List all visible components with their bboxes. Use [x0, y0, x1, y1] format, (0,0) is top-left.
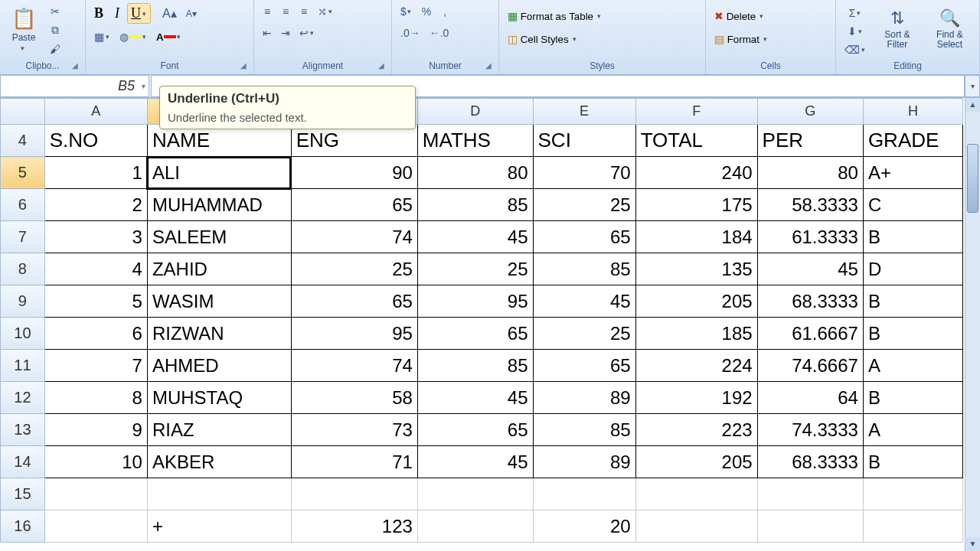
cell-C11[interactable]: 74	[291, 350, 417, 382]
cell-H5[interactable]: A+	[863, 157, 962, 189]
row-header-14[interactable]: 14	[1, 446, 45, 478]
cell-H16[interactable]	[863, 510, 962, 543]
decrease-indent-button[interactable]: ⇤	[259, 24, 276, 41]
cell-H8[interactable]: D	[863, 253, 962, 285]
scroll-up-arrow[interactable]: ▲	[965, 98, 980, 112]
cell-F4[interactable]: TOTAL	[635, 125, 757, 157]
cell-H11[interactable]: A	[863, 350, 962, 382]
borders-button[interactable]: ▦▾	[90, 28, 114, 45]
currency-button[interactable]: $▾	[397, 3, 416, 20]
cell-G12[interactable]: 64	[757, 382, 863, 414]
row-header-8[interactable]: 8	[1, 253, 45, 285]
cell-E10[interactable]: 25	[533, 318, 635, 350]
cell-B11[interactable]: AHMED	[147, 350, 291, 382]
cell-E8[interactable]: 85	[533, 253, 635, 285]
decrease-decimal-button[interactable]: ←.0	[426, 24, 453, 41]
cell-A8[interactable]: 4	[44, 253, 147, 285]
cell-G5[interactable]: 80	[757, 157, 863, 189]
cell-D6[interactable]: 85	[417, 189, 533, 221]
percent-button[interactable]: %	[418, 3, 435, 20]
cell-D5[interactable]: 80	[417, 157, 533, 189]
cell-B12[interactable]: MUHSTAQ	[147, 382, 291, 414]
cell-C14[interactable]: 71	[291, 446, 417, 478]
col-header-D[interactable]: D	[417, 99, 533, 125]
orientation-button[interactable]: ⤭▾	[314, 3, 337, 20]
cell-G13[interactable]: 74.3333	[757, 414, 863, 446]
cell-A12[interactable]: 8	[44, 382, 147, 414]
cell-A5[interactable]: 1	[44, 157, 147, 189]
cell-D16[interactable]	[417, 510, 533, 543]
cell-F13[interactable]: 223	[635, 414, 757, 446]
cell-E15[interactable]	[533, 478, 635, 510]
format-as-table-button[interactable]: ▦ Format as Table ▾	[504, 8, 701, 24]
cell-C9[interactable]: 65	[291, 285, 417, 318]
fill-button[interactable]: ⬇▾	[841, 23, 870, 40]
cell-D7[interactable]: 45	[417, 221, 533, 253]
number-dialog-launcher[interactable]: ◢	[485, 61, 496, 72]
cell-D4[interactable]: MATHS	[417, 125, 533, 157]
col-header-H[interactable]: H	[863, 99, 962, 125]
cell-F7[interactable]: 184	[635, 221, 757, 253]
cell-A15[interactable]	[44, 478, 147, 510]
row-header-5[interactable]: 5	[1, 157, 45, 189]
copy-button[interactable]: ⧉	[46, 21, 64, 39]
cell-B10[interactable]: RIZWAN	[147, 318, 291, 350]
cell-A6[interactable]: 2	[44, 189, 147, 221]
clear-button[interactable]: ⌫▾	[841, 41, 870, 58]
cell-A9[interactable]: 5	[44, 285, 147, 318]
cell-D12[interactable]: 45	[417, 382, 533, 414]
cell-C6[interactable]: 65	[291, 189, 417, 221]
font-dialog-launcher[interactable]: ◢	[240, 61, 251, 72]
cell-G15[interactable]	[757, 478, 863, 510]
cell-F15[interactable]	[635, 478, 757, 510]
cell-H12[interactable]: B	[863, 382, 962, 414]
cell-A13[interactable]: 9	[44, 414, 147, 446]
font-color-button[interactable]: A▾	[152, 28, 186, 45]
shrink-font-button[interactable]: A▾	[182, 3, 201, 24]
cell-D15[interactable]	[417, 478, 533, 510]
cell-A11[interactable]: 7	[44, 350, 147, 382]
align-bottom-button[interactable]: ≡	[296, 3, 312, 20]
cell-A10[interactable]: 6	[44, 318, 147, 350]
italic-button[interactable]: I	[109, 3, 126, 24]
cell-H6[interactable]: C	[863, 189, 962, 221]
cell-B5[interactable]: ALI	[147, 157, 291, 189]
cell-F16[interactable]	[635, 510, 757, 543]
cell-C13[interactable]: 73	[291, 414, 417, 446]
cell-F6[interactable]: 175	[635, 189, 757, 221]
cell-B13[interactable]: RIAZ	[147, 414, 291, 446]
increase-decimal-button[interactable]: .0→	[397, 24, 424, 41]
formula-expand-button[interactable]: ▾	[965, 75, 980, 97]
cell-G16[interactable]	[757, 510, 863, 543]
cell-F8[interactable]: 135	[635, 253, 757, 285]
alignment-dialog-launcher[interactable]: ◢	[378, 61, 389, 72]
cell-B8[interactable]: ZAHID	[147, 253, 291, 285]
cell-F14[interactable]: 205	[635, 446, 757, 478]
vertical-scrollbar[interactable]: ▲ ▼	[965, 98, 980, 551]
cell-G7[interactable]: 61.3333	[757, 221, 863, 253]
cell-G11[interactable]: 74.6667	[757, 350, 863, 382]
increase-indent-button[interactable]: ⇥	[277, 24, 294, 41]
sort-filter-button[interactable]: ⇅ Sort & Filter	[874, 5, 920, 54]
find-select-button[interactable]: 🔍 Find & Select	[925, 5, 975, 54]
select-all-cell[interactable]	[1, 99, 45, 125]
paste-button[interactable]: 📋 Paste ▾	[5, 3, 43, 56]
col-header-F[interactable]: F	[635, 99, 757, 125]
cell-C16[interactable]: 123	[291, 510, 417, 543]
scroll-down-arrow[interactable]: ▼	[965, 537, 980, 551]
row-header-10[interactable]: 10	[1, 318, 45, 350]
row-header-16[interactable]: 16	[1, 510, 45, 543]
cell-H9[interactable]: B	[863, 285, 962, 318]
cell-C5[interactable]: 90	[291, 157, 417, 189]
cell-H10[interactable]: B	[863, 318, 962, 350]
cell-B16[interactable]: +	[147, 510, 291, 543]
cell-G4[interactable]: PER	[757, 125, 863, 157]
cell-D9[interactable]: 95	[417, 285, 533, 318]
cell-D10[interactable]: 65	[417, 318, 533, 350]
col-header-E[interactable]: E	[533, 99, 635, 125]
col-header-A[interactable]: A	[44, 99, 147, 125]
cell-B7[interactable]: SALEEM	[147, 221, 291, 253]
cell-F10[interactable]: 185	[635, 318, 757, 350]
row-header-12[interactable]: 12	[1, 382, 45, 414]
col-header-G[interactable]: G	[757, 99, 863, 125]
